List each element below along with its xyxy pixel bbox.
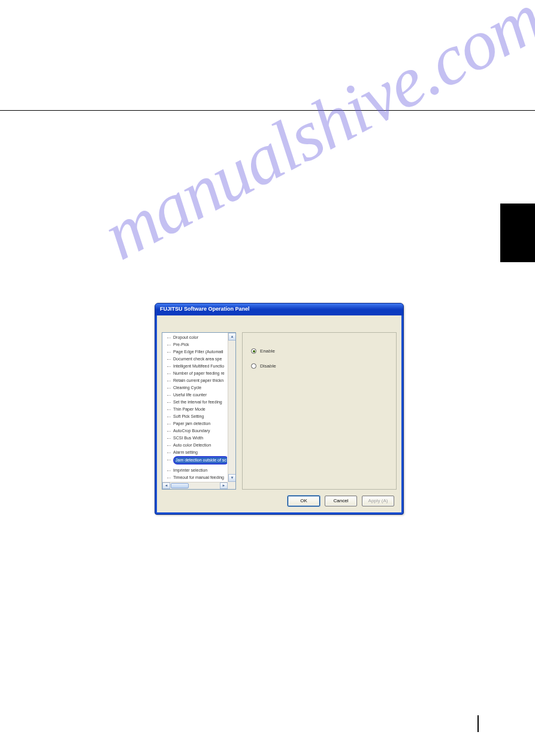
tree-item[interactable]: Thin Paper Mode — [165, 406, 227, 413]
dialog-titlebar[interactable]: FUJITSU Software Operation Panel — [155, 303, 403, 315]
radio-label: Disable — [260, 363, 276, 369]
tree-item-highlight[interactable]: Jam detection outside of sc — [173, 456, 227, 464]
scroll-thumb[interactable] — [171, 483, 189, 488]
dialog-body: Dropout color Pre-Pick Page Edge Filler … — [157, 315, 401, 512]
tree-item[interactable]: Paper jam detection — [165, 420, 227, 427]
tree-item[interactable]: Retain current paper thickn — [165, 377, 227, 384]
radio-label: Enable — [260, 348, 275, 354]
tree-item[interactable]: Set the interval for feeding — [165, 399, 227, 406]
settings-tree[interactable]: Dropout color Pre-Pick Page Edge Filler … — [162, 332, 236, 490]
tree-item[interactable]: Document check area spe — [165, 356, 227, 363]
horizontal-rule — [0, 110, 535, 111]
dialog-buttons: OK Cancel Apply (A) — [157, 493, 401, 512]
scroll-up-icon[interactable]: ▲ — [228, 333, 236, 341]
ok-button[interactable]: OK — [288, 496, 320, 506]
dialog-content: Dropout color Pre-Pick Page Edge Filler … — [157, 315, 401, 493]
vertical-scrollbar[interactable]: ▲ ▼ — [228, 333, 235, 482]
scroll-down-icon[interactable]: ▼ — [228, 474, 236, 482]
section-tab — [500, 204, 535, 262]
page-number — [477, 715, 487, 732]
tree-item[interactable]: Timeout for manual feeding — [165, 474, 227, 481]
tree-item[interactable]: Page Edge Filler (Automati — [165, 348, 227, 356]
cancel-button[interactable]: Cancel — [325, 496, 357, 506]
tree-item[interactable]: Auto color Detection — [165, 442, 227, 449]
horizontal-scrollbar[interactable]: ◄ ► — [162, 482, 235, 489]
tree-item[interactable]: Dropout color — [165, 334, 227, 341]
tree-item[interactable]: Cleaning Cycle — [165, 384, 227, 391]
tree-item[interactable]: Imprinter selection — [165, 467, 227, 474]
tree-item[interactable]: Pre-Pick — [165, 341, 227, 348]
options-panel: Enable Disable — [242, 332, 397, 490]
tree-item-selected[interactable]: Jam detection outside of sc — [165, 456, 227, 467]
radio-icon[interactable] — [251, 348, 256, 354]
tree-item[interactable]: Soft Pick Setting — [165, 413, 227, 420]
scroll-right-icon[interactable]: ► — [220, 482, 228, 489]
tree-item[interactable]: Intelligent Multifeed Functio — [165, 363, 227, 370]
tree-item[interactable]: Alarm setting — [165, 449, 227, 456]
radio-enable[interactable]: Enable — [251, 348, 388, 354]
apply-button[interactable]: Apply (A) — [362, 496, 394, 506]
radio-icon[interactable] — [251, 363, 256, 369]
watermark: manualshive.com — [90, 0, 535, 277]
scroll-corner — [228, 482, 235, 489]
tree-item[interactable]: Number of paper feeding re — [165, 370, 227, 377]
scroll-left-icon[interactable]: ◄ — [162, 482, 170, 489]
tree-item[interactable]: Useful life counter — [165, 391, 227, 399]
software-operation-panel-dialog: FUJITSU Software Operation Panel Dropout… — [155, 303, 404, 515]
tree-list: Dropout color Pre-Pick Page Edge Filler … — [162, 333, 227, 482]
tree-item[interactable]: AutoCrop Boundary — [165, 427, 227, 435]
tree-item[interactable]: SCSI Bus Width — [165, 435, 227, 442]
radio-disable[interactable]: Disable — [251, 363, 388, 369]
